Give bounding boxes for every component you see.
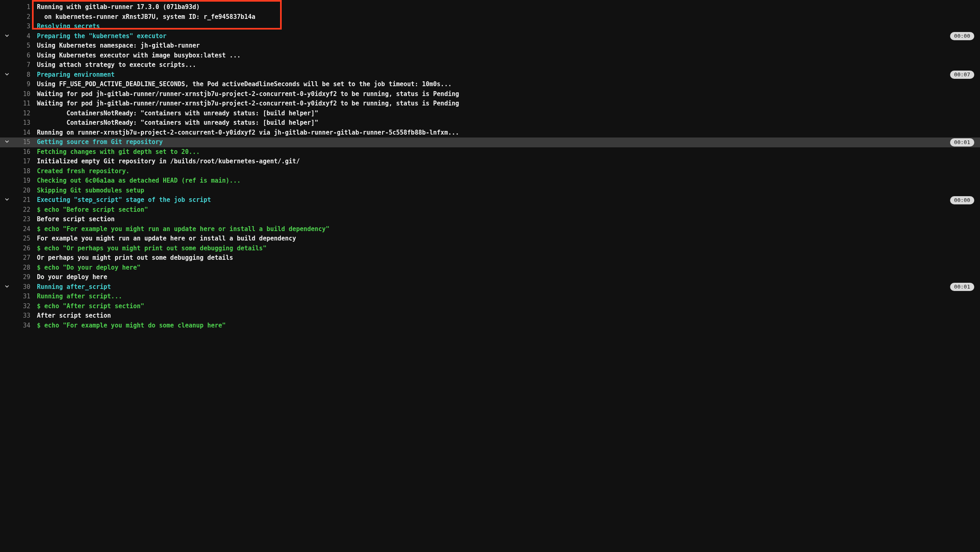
log-line[interactable]: 5Using Kubernetes namespace: jh-gitlab-r… bbox=[0, 41, 980, 51]
log-line[interactable]: 2 on kubernetes-runner xRnstJB7U, system… bbox=[0, 12, 980, 22]
log-line[interactable]: 18Created fresh repository. bbox=[0, 167, 980, 176]
line-number[interactable]: 27 bbox=[14, 253, 32, 263]
line-number[interactable]: 10 bbox=[14, 89, 32, 99]
log-line[interactable]: 6Using Kubernetes executor with image bu… bbox=[0, 51, 980, 61]
chevron-down-icon[interactable] bbox=[4, 196, 10, 205]
section-duration-badge: 00:01 bbox=[950, 138, 974, 147]
log-line[interactable]: 13 ContainersNotReady: "containers with … bbox=[0, 118, 980, 128]
log-line[interactable]: 26$ echo "Or perhaps you might print out… bbox=[0, 244, 980, 254]
log-line[interactable]: 21Executing "step_script" stage of the j… bbox=[0, 195, 980, 205]
line-number[interactable]: 11 bbox=[14, 99, 32, 108]
log-line[interactable]: 30Running after_script00:01 bbox=[0, 282, 980, 292]
line-number[interactable]: 21 bbox=[14, 195, 32, 205]
chevron-down-icon[interactable] bbox=[4, 283, 10, 292]
line-number[interactable]: 34 bbox=[14, 321, 32, 330]
log-line[interactable]: 29Do your deploy here bbox=[0, 273, 980, 282]
line-number[interactable]: 20 bbox=[14, 186, 32, 195]
line-number[interactable]: 31 bbox=[14, 292, 32, 301]
line-number[interactable]: 1 bbox=[14, 2, 32, 12]
log-line[interactable]: 19Checking out 6c06a1aa as detached HEAD… bbox=[0, 176, 980, 186]
line-number[interactable]: 4 bbox=[14, 32, 32, 41]
log-line[interactable]: 27Or perhaps you might print out some de… bbox=[0, 253, 980, 263]
log-text: Or perhaps you might print out some debu… bbox=[32, 253, 980, 263]
log-text: $ echo "For example you might run an upd… bbox=[32, 224, 980, 234]
collapse-column bbox=[0, 99, 14, 100]
line-number[interactable]: 7 bbox=[14, 60, 32, 70]
log-text: Running after script... bbox=[32, 292, 980, 301]
line-number[interactable]: 28 bbox=[14, 263, 32, 273]
collapse-column bbox=[0, 263, 14, 264]
chevron-down-icon[interactable] bbox=[4, 138, 10, 147]
log-line[interactable]: 22$ echo "Before script section" bbox=[0, 205, 980, 215]
log-line[interactable]: 12 ContainersNotReady: "containers with … bbox=[0, 109, 980, 119]
log-line[interactable]: 31Running after script... bbox=[0, 292, 980, 302]
log-line[interactable]: 17Initialized empty Git repository in /b… bbox=[0, 157, 980, 167]
log-text: Initialized empty Git repository in /bui… bbox=[32, 157, 980, 166]
line-number[interactable]: 33 bbox=[14, 311, 32, 321]
log-text: ContainersNotReady: "containers with unr… bbox=[32, 109, 980, 118]
log-line[interactable]: 10Waiting for pod jh-gitlab-runner/runne… bbox=[0, 89, 980, 99]
collapse-column bbox=[0, 176, 14, 177]
log-line[interactable]: 11Waiting for pod jh-gitlab-runner/runne… bbox=[0, 99, 980, 109]
log-text: Skipping Git submodules setup bbox=[32, 186, 980, 195]
line-number[interactable]: 29 bbox=[14, 273, 32, 282]
line-number[interactable]: 13 bbox=[14, 118, 32, 128]
log-line[interactable]: 20Skipping Git submodules setup bbox=[0, 186, 980, 196]
log-text: Using Kubernetes namespace: jh-gitlab-ru… bbox=[32, 41, 980, 50]
log-line[interactable]: 14Running on runner-xrnstjb7u-project-2-… bbox=[0, 128, 980, 138]
line-number[interactable]: 5 bbox=[14, 41, 32, 50]
collapse-column bbox=[0, 224, 14, 225]
line-number[interactable]: 25 bbox=[14, 234, 32, 243]
log-text: $ echo "After script section" bbox=[32, 302, 980, 311]
line-number[interactable]: 15 bbox=[14, 137, 32, 147]
line-number[interactable]: 23 bbox=[14, 215, 32, 224]
log-line[interactable]: 25For example you might run an update he… bbox=[0, 234, 980, 244]
line-number[interactable]: 14 bbox=[14, 128, 32, 137]
log-line[interactable]: 23Before script section bbox=[0, 215, 980, 224]
log-line[interactable]: 1Running with gitlab-runner 17.3.0 (071b… bbox=[0, 2, 980, 12]
line-number[interactable]: 26 bbox=[14, 244, 32, 253]
log-line[interactable]: 33After script section bbox=[0, 311, 980, 321]
log-text: Created fresh repository. bbox=[32, 167, 980, 176]
job-log-output: 1Running with gitlab-runner 17.3.0 (071b… bbox=[0, 2, 980, 330]
line-number[interactable]: 32 bbox=[14, 302, 32, 311]
log-line[interactable]: 32$ echo "After script section" bbox=[0, 302, 980, 312]
log-line[interactable]: 15Getting source from Git repository00:0… bbox=[0, 137, 980, 147]
collapse-column bbox=[0, 70, 14, 80]
log-text: Running on runner-xrnstjb7u-project-2-co… bbox=[32, 128, 980, 137]
log-line[interactable]: 4Preparing the "kubernetes" executor00:0… bbox=[0, 32, 980, 41]
chevron-down-icon[interactable] bbox=[4, 32, 10, 41]
line-number[interactable]: 22 bbox=[14, 205, 32, 215]
line-number[interactable]: 8 bbox=[14, 70, 32, 80]
log-line[interactable]: 34$ echo "For example you might do some … bbox=[0, 321, 980, 331]
log-text: Preparing the "kubernetes" executor bbox=[32, 32, 950, 41]
log-text: Before script section bbox=[32, 215, 980, 224]
line-number[interactable]: 18 bbox=[14, 167, 32, 176]
log-line[interactable]: 9Using FF_USE_POD_ACTIVE_DEADLINE_SECOND… bbox=[0, 80, 980, 89]
log-text: After script section bbox=[32, 311, 980, 321]
line-number[interactable]: 17 bbox=[14, 157, 32, 166]
log-line[interactable]: 8Preparing environment00:07 bbox=[0, 70, 980, 80]
chevron-down-icon[interactable] bbox=[4, 71, 10, 80]
log-line[interactable]: 16Fetching changes with git depth set to… bbox=[0, 147, 980, 157]
line-number[interactable]: 16 bbox=[14, 147, 32, 157]
line-number[interactable]: 30 bbox=[14, 282, 32, 292]
collapse-column bbox=[0, 253, 14, 254]
collapse-column bbox=[0, 311, 14, 312]
line-number[interactable]: 19 bbox=[14, 176, 32, 186]
log-line[interactable]: 3Resolving secrets bbox=[0, 22, 980, 32]
log-text: Waiting for pod jh-gitlab-runner/runner-… bbox=[32, 99, 980, 108]
line-number[interactable]: 6 bbox=[14, 51, 32, 60]
line-number[interactable]: 2 bbox=[14, 12, 32, 22]
collapse-column bbox=[0, 195, 14, 205]
log-line[interactable]: 24$ echo "For example you might run an u… bbox=[0, 224, 980, 234]
line-number[interactable]: 24 bbox=[14, 224, 32, 234]
line-number[interactable]: 3 bbox=[14, 22, 32, 31]
collapse-column bbox=[0, 302, 14, 302]
log-text: Checking out 6c06a1aa as detached HEAD (… bbox=[32, 176, 980, 186]
log-text: Using Kubernetes executor with image bus… bbox=[32, 51, 980, 60]
log-line[interactable]: 28$ echo "Do your deploy here" bbox=[0, 263, 980, 273]
line-number[interactable]: 9 bbox=[14, 80, 32, 89]
line-number[interactable]: 12 bbox=[14, 109, 32, 118]
log-line[interactable]: 7Using attach strategy to execute script… bbox=[0, 60, 980, 70]
